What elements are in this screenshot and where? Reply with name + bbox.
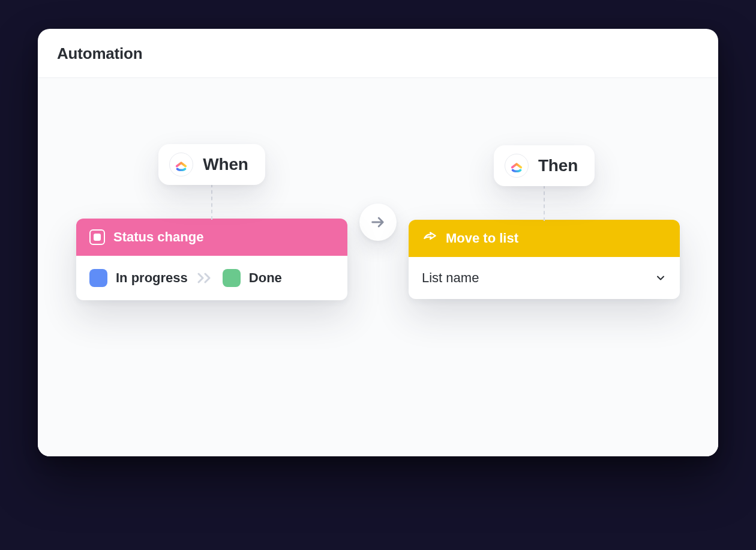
when-connector xyxy=(211,184,212,220)
status-transition-icon xyxy=(196,273,214,283)
clickup-logo-icon xyxy=(505,154,529,178)
list-select-placeholder: List name xyxy=(422,270,479,286)
chevron-down-icon xyxy=(655,272,667,284)
clickup-logo-icon xyxy=(169,153,193,177)
window-header: Automation xyxy=(38,29,718,78)
list-select[interactable]: List name xyxy=(409,257,680,299)
flow-arrow-icon xyxy=(359,204,397,241)
status-icon xyxy=(89,229,105,245)
then-pill[interactable]: Then xyxy=(494,145,595,186)
status-from-label: In progress xyxy=(116,270,188,286)
automation-flow: When Status change In progress xyxy=(38,144,718,300)
when-column: When Status change In progress xyxy=(76,144,347,300)
trigger-card-body: In progress Done xyxy=(76,256,347,300)
page-title: Automation xyxy=(57,44,699,63)
when-pill[interactable]: When xyxy=(158,144,265,185)
trigger-card-title: Status change xyxy=(113,229,203,245)
then-column: Then Move to list List name xyxy=(409,145,680,299)
trigger-card-header: Status change xyxy=(76,219,347,256)
then-pill-label: Then xyxy=(538,156,578,175)
status-swatch-from xyxy=(89,269,107,287)
status-to-label: Done xyxy=(249,270,282,286)
when-pill-label: When xyxy=(203,155,248,174)
trigger-card[interactable]: Status change In progress Done xyxy=(76,219,347,300)
automation-canvas: When Status change In progress xyxy=(38,78,718,456)
status-swatch-to xyxy=(223,269,241,287)
action-card-title: Move to list xyxy=(446,231,518,246)
move-icon xyxy=(422,231,437,246)
action-card-header: Move to list xyxy=(409,220,680,257)
action-card[interactable]: Move to list List name xyxy=(409,220,680,299)
automation-window: Automation W xyxy=(38,29,718,456)
then-connector xyxy=(544,185,545,221)
